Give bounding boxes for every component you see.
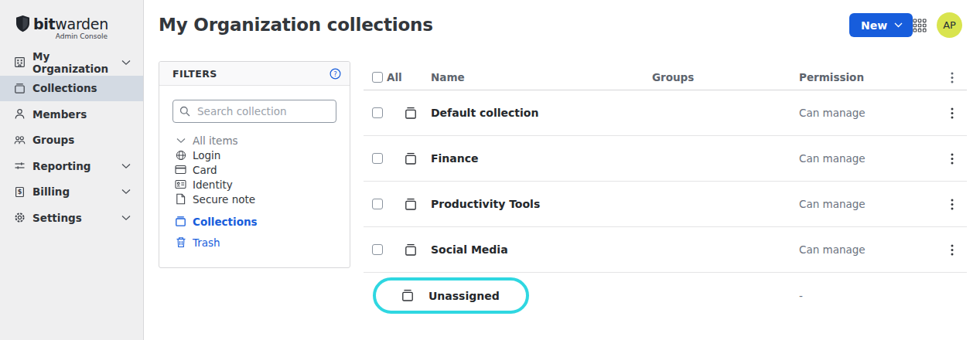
filter-label: Collections <box>193 216 258 228</box>
sidebar-item-label: Members <box>32 108 87 121</box>
filter-label: Secure note <box>193 193 255 206</box>
groups-icon <box>14 134 26 146</box>
svg-text:$: $ <box>18 189 22 196</box>
new-button[interactable]: New <box>849 13 913 37</box>
highlight-ring: Unassigned <box>373 277 529 314</box>
chevron-down-icon[interactable] <box>121 215 131 221</box>
table-row[interactable]: Default collection Can manage <box>364 90 967 136</box>
filter-trash-link[interactable]: Trash <box>159 235 350 250</box>
avatar[interactable]: AP <box>937 12 962 38</box>
row-checkbox[interactable] <box>372 153 383 164</box>
table-row[interactable]: Finance Can manage <box>364 136 967 182</box>
collections-table: All Name Groups Permission Default colle… <box>364 65 967 318</box>
row-options-icon[interactable] <box>948 243 957 257</box>
column-header-groups: Groups <box>652 71 799 83</box>
filters-panel: FILTERS ? All items Login <box>159 61 350 268</box>
filter-all-items[interactable]: All items <box>159 133 350 148</box>
collection-permission: Can manage <box>799 107 946 119</box>
row-checkbox[interactable] <box>372 244 383 255</box>
collection-permission: Can manage <box>799 243 946 256</box>
sidebar-item-label: Settings <box>32 212 82 224</box>
shield-icon <box>16 15 29 40</box>
trash-icon <box>175 236 186 248</box>
sidebar-item-reporting[interactable]: Reporting <box>0 153 143 179</box>
search-collection-input[interactable] <box>172 100 336 123</box>
filter-label: Identity <box>193 178 233 191</box>
search-collection <box>172 100 336 123</box>
chevron-down-icon[interactable] <box>121 60 131 66</box>
collection-name[interactable]: Unassigned <box>429 290 500 302</box>
table-row[interactable]: Productivity Tools Can manage <box>364 182 967 227</box>
collection-name[interactable]: Default collection <box>431 107 652 119</box>
filter-label: Login <box>193 149 220 162</box>
help-icon[interactable]: ? <box>330 68 341 80</box>
filter-identity[interactable]: Identity <box>159 177 350 192</box>
filters-header: FILTERS ? <box>159 62 350 86</box>
collection-icon <box>404 152 431 165</box>
chevron-down-icon <box>894 22 903 28</box>
sidebar-item-members[interactable]: Members <box>0 101 143 128</box>
filter-label: Card <box>193 164 217 176</box>
logo-bit: bit <box>33 15 55 32</box>
sidebar: bitwarden Admin Console My Organization … <box>0 0 144 340</box>
globe-icon <box>175 149 186 161</box>
collection-icon <box>404 107 431 120</box>
card-icon <box>175 164 186 175</box>
collection-name[interactable]: Social Media <box>431 243 652 256</box>
filter-list: All items Login Card Identity <box>159 133 350 250</box>
collection-name[interactable]: Productivity Tools <box>431 198 652 210</box>
chevron-down-icon[interactable] <box>121 163 131 169</box>
row-options-icon[interactable] <box>948 151 957 166</box>
note-icon <box>175 193 186 205</box>
sidebar-item-my-organization[interactable]: My Organization <box>0 49 143 76</box>
app-switcher-icon[interactable] <box>913 19 927 32</box>
table-row[interactable]: Social Media Can manage <box>364 227 967 273</box>
reporting-icon <box>14 160 26 172</box>
sidebar-item-groups[interactable]: Groups <box>0 128 143 154</box>
organization-icon <box>14 56 26 68</box>
logo-subtitle: Admin Console <box>33 32 108 40</box>
avatar-initials: AP <box>943 19 956 31</box>
svg-text:?: ? <box>333 70 337 77</box>
filter-label: Trash <box>193 236 220 249</box>
search-icon <box>179 106 190 117</box>
select-all-checkbox[interactable] <box>372 72 383 83</box>
column-header-permission: Permission <box>799 71 946 83</box>
collection-permission: - <box>799 290 803 302</box>
collection-icon <box>404 243 431 257</box>
sidebar-item-collections[interactable]: Collections <box>0 76 143 102</box>
chevron-down-icon[interactable] <box>121 189 131 195</box>
bitwarden-admin-console: bitwarden Admin Console My Organization … <box>0 0 980 340</box>
filters-title: FILTERS <box>172 68 217 80</box>
select-all-label: All <box>387 71 431 83</box>
sidebar-item-billing[interactable]: $ Billing <box>0 179 143 206</box>
row-checkbox[interactable] <box>372 107 383 118</box>
collection-icon <box>175 216 186 227</box>
table-options-icon[interactable] <box>948 70 957 85</box>
logo-text: bitwarden Admin Console <box>33 15 108 40</box>
member-icon <box>14 108 26 120</box>
sidebar-item-label: Collections <box>32 82 97 94</box>
filter-card[interactable]: Card <box>159 162 350 177</box>
filter-login[interactable]: Login <box>159 148 350 162</box>
row-checkbox[interactable] <box>372 199 383 209</box>
sidebar-item-label: Billing <box>32 185 70 198</box>
collection-icon <box>401 289 415 302</box>
table-row-unassigned[interactable]: Unassigned - <box>364 273 967 318</box>
filter-label: All items <box>193 134 238 147</box>
row-options-icon[interactable] <box>948 106 957 121</box>
sidebar-item-label: My Organization <box>32 50 114 75</box>
filter-secure-note[interactable]: Secure note <box>159 192 350 206</box>
identity-icon <box>175 178 186 190</box>
collection-name[interactable]: Finance <box>431 152 652 165</box>
row-options-icon[interactable] <box>948 197 957 212</box>
bitwarden-logo: bitwarden Admin Console <box>16 15 108 40</box>
page-title: My Organization collections <box>159 15 433 35</box>
collection-permission: Can manage <box>799 198 946 210</box>
filter-collections-link[interactable]: Collections <box>159 214 350 229</box>
sidebar-item-label: Groups <box>32 134 74 146</box>
sidebar-nav: My Organization Collections Members <box>0 49 143 231</box>
new-button-label: New <box>861 19 887 32</box>
sidebar-item-settings[interactable]: Settings <box>0 205 143 231</box>
chevron-down-icon <box>175 134 186 146</box>
